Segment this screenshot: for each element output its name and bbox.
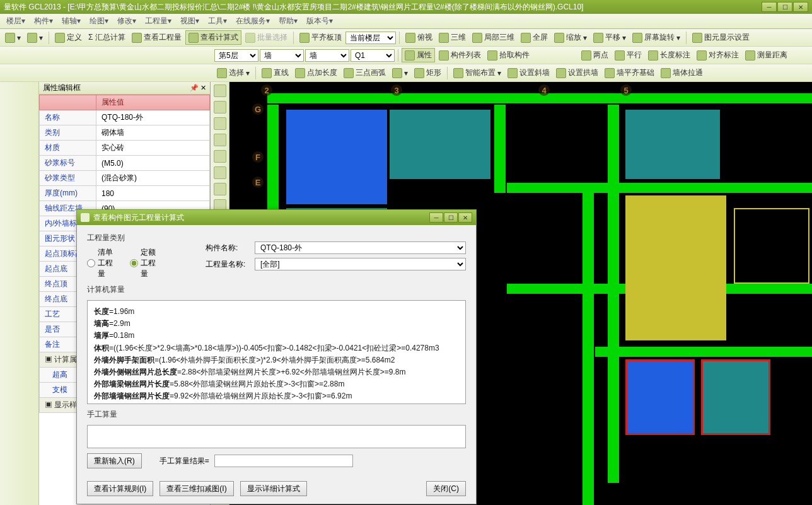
pick-button[interactable]: 拾取构件 <box>485 49 532 62</box>
extend-button[interactable]: 点加长度 <box>293 66 340 79</box>
menu-floor[interactable]: 楼层▾ <box>3 15 29 28</box>
vt7[interactable] <box>214 183 226 195</box>
maximize-button[interactable]: ☐ <box>777 2 792 12</box>
local-three-button[interactable]: 局部三维 <box>470 31 517 44</box>
zoom-button[interactable]: 缩放▾ <box>552 31 589 44</box>
topview-button[interactable]: 俯视 <box>403 31 435 44</box>
rotate-button[interactable]: 屏幕旋转▾ <box>630 31 683 44</box>
type2-select[interactable]: 墙 <box>305 49 349 62</box>
distance-button[interactable]: 测量距离 <box>743 49 790 62</box>
prop-key: 类别 <box>40 125 96 141</box>
q-select[interactable]: Q1 <box>351 49 395 62</box>
flat-button[interactable]: 平齐板顶 <box>297 31 344 44</box>
prop-key: 砂浆类型 <box>40 171 96 186</box>
dialog-min-button[interactable]: ─ <box>429 212 443 223</box>
dialog-close-btn[interactable]: 关闭(C) <box>426 481 466 496</box>
menu-modify[interactable]: 修改▾ <box>113 15 140 28</box>
base-button[interactable]: 墙平齐基础 <box>602 66 657 79</box>
prop-val[interactable]: 实心砖 <box>96 141 210 156</box>
define-button[interactable]: 定义 <box>52 31 84 44</box>
menu-online[interactable]: 在线服务▾ <box>232 15 274 28</box>
reinput-button[interactable]: 重新输入(R) <box>87 453 142 468</box>
prop-val[interactable]: QTQ-180-外 <box>96 110 210 125</box>
menu-draw[interactable]: 绘图▾ <box>86 15 112 28</box>
vt2[interactable] <box>214 101 226 113</box>
display-button[interactable]: 图元显示设置 <box>690 31 752 44</box>
twopoint-button[interactable]: 两点 <box>579 49 611 62</box>
qty-name-select[interactable]: [全部] <box>255 258 466 270</box>
prop-val[interactable]: 180 <box>96 186 210 201</box>
property-pin-icon[interactable]: 📌 ✕ <box>190 84 206 92</box>
pull-button[interactable]: 墙体拉通 <box>658 66 705 79</box>
menu-tools[interactable]: 工具▾ <box>204 15 231 28</box>
show-detail-button[interactable]: 显示详细计算式 <box>240 481 307 496</box>
arc2-button[interactable]: ▾ <box>390 67 410 79</box>
align-button[interactable]: 对齐标注 <box>694 49 741 62</box>
qty-name-label: 工程量名称: <box>206 259 250 270</box>
axis-4: 4 <box>538 84 550 96</box>
length-button[interactable]: 长度标注 <box>646 49 693 62</box>
menu-version[interactable]: 版本号▾ <box>303 15 337 28</box>
manual-result-input[interactable] <box>214 455 353 467</box>
vt6[interactable] <box>214 166 226 179</box>
type1-select[interactable]: 墙 <box>260 49 304 62</box>
select-button[interactable]: 选择▾ <box>214 66 252 79</box>
menu-view[interactable]: 视图▾ <box>177 15 203 28</box>
parallel-button[interactable]: 平行 <box>612 49 644 62</box>
prop-key: 砂浆标号 <box>40 156 96 171</box>
radio-list[interactable]: 清单工程量 <box>87 247 120 279</box>
attr-button[interactable]: 属性 <box>402 48 435 62</box>
property-head-value: 属性值 <box>96 95 210 110</box>
vt1[interactable] <box>214 84 226 97</box>
floor-select[interactable]: 当前楼层 <box>345 32 396 44</box>
axis-g: G <box>252 103 264 115</box>
calc-box[interactable]: 长度=1.96m墙高=2.9m墙厚=0.18m体积=((1.96<长度>*2.9… <box>87 300 466 404</box>
smart-button[interactable]: 智能布置▾ <box>451 66 504 79</box>
view-rule-button[interactable]: 查看计算规则(I) <box>87 481 153 496</box>
vt3[interactable] <box>214 117 226 130</box>
close-button[interactable]: ✕ <box>793 2 808 12</box>
property-title: 属性编辑框 <box>43 83 81 93</box>
floor-level-select[interactable]: 第5层 <box>214 49 258 62</box>
menu-bar: 楼层▾ 构件▾ 辅轴▾ 绘图▾ 修改▾ 工程量▾ 视图▾ 工具▾ 在线服务▾ 帮… <box>0 14 812 29</box>
prop-val[interactable]: (M5.0) <box>96 156 210 171</box>
slant-button[interactable]: 设置斜墙 <box>505 66 552 79</box>
comp-name-select[interactable]: QTQ-180-外 <box>255 241 466 254</box>
undo-icon <box>5 33 15 43</box>
arc-button[interactable]: 三点画弧 <box>341 66 388 79</box>
window-buttons: ─ ☐ ✕ <box>762 2 808 12</box>
menu-help[interactable]: 帮助▾ <box>275 15 301 28</box>
menu-quantity[interactable]: 工程量▾ <box>141 15 175 28</box>
vt5[interactable] <box>214 150 226 163</box>
menu-aux-axis[interactable]: 辅轴▾ <box>58 15 84 28</box>
axis-2: 2 <box>261 84 272 96</box>
line-button[interactable]: 直线 <box>259 66 291 79</box>
batch-button[interactable]: 批量选择 <box>243 31 290 44</box>
menu-component[interactable]: 构件▾ <box>30 15 57 28</box>
minimize-button[interactable]: ─ <box>762 2 777 12</box>
arch-button[interactable]: 设置拱墙 <box>554 66 601 79</box>
manual-box[interactable] <box>87 425 466 448</box>
draw-toolbar: 选择▾ 直线 点加长度 三点画弧 ▾ 矩形 智能布置▾ 设置斜墙 设置拱墙 墙平… <box>0 64 812 82</box>
three-button[interactable]: 三维 <box>436 31 468 44</box>
prop-val[interactable]: 砌体墙 <box>96 125 210 141</box>
prop-key: 材质 <box>40 141 96 156</box>
rect-button[interactable]: 矩形 <box>412 66 444 79</box>
pan-button[interactable]: 平移▾ <box>591 31 629 44</box>
main-toolbar: ▾ ▾ 定义 Σ 汇总计算 查看工程量 查看计算式 批量选择 平齐板顶 当前楼层… <box>0 29 812 47</box>
view-deduct-button[interactable]: 查看三维扣减图(I) <box>160 481 233 496</box>
radio-quota[interactable]: 定额工程量 <box>130 247 163 279</box>
list-button[interactable]: 构件列表 <box>436 49 484 62</box>
dialog-max-button[interactable]: ☐ <box>444 212 458 223</box>
view-qty-button[interactable]: 查看工程量 <box>129 31 184 44</box>
fullscreen-button[interactable]: 全屏 <box>518 31 550 44</box>
redo-button[interactable]: ▾ <box>25 32 45 44</box>
prop-val[interactable]: (混合砂浆) <box>96 171 210 186</box>
vt4[interactable] <box>214 134 226 146</box>
dialog-titlebar[interactable]: 查看构件图元工程量计算式 ─ ☐ ✕ <box>77 210 476 225</box>
view-calc-button[interactable]: 查看计算式 <box>185 30 241 45</box>
sum-button[interactable]: Σ 汇总计算 <box>86 31 128 44</box>
undo-button[interactable]: ▾ <box>3 32 23 44</box>
dialog-close-button[interactable]: ✕ <box>458 212 472 223</box>
dialog-icon <box>81 213 90 222</box>
